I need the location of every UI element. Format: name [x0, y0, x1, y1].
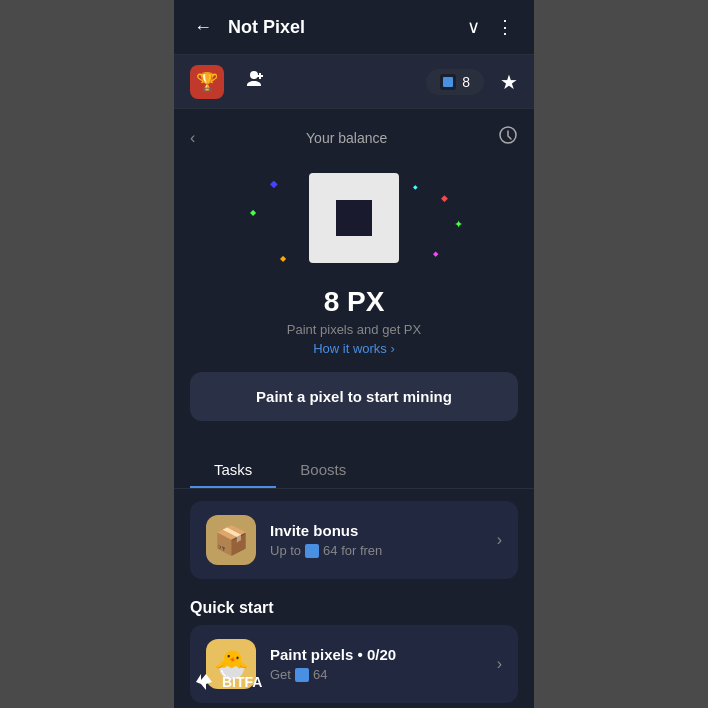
trophy-nav-button[interactable]: 🏆	[190, 65, 224, 99]
counter-icon	[440, 74, 456, 90]
brand-name: BITFA	[222, 674, 262, 690]
top-bar-right: ∨ ⋮	[463, 12, 518, 42]
tab-tasks[interactable]: Tasks	[190, 453, 276, 488]
brand-watermark: BITFA	[194, 672, 262, 692]
tab-boosts[interactable]: Boosts	[276, 453, 370, 488]
svg-marker-2	[196, 674, 212, 690]
nav-bar: 🏆 8 ★	[174, 55, 534, 109]
quick-task-title: Paint pixels • 0/20	[270, 646, 483, 663]
star-nav-button[interactable]: ★	[500, 70, 518, 94]
task-info: Invite bonus Up to 64 for fren	[270, 522, 483, 558]
task-title: Invite bonus	[270, 522, 483, 539]
add-user-nav-button[interactable]	[240, 63, 272, 100]
app-title: Not Pixel	[228, 17, 305, 38]
px-icon-small	[305, 544, 319, 558]
task-icon-box: 📦	[206, 515, 256, 565]
svg-rect-0	[443, 77, 453, 87]
pixel-art-container: ◆ ◆ ◆ ◆ ✦ ◆ ◆ ◆	[190, 158, 518, 278]
quick-task-info: Paint pixels • 0/20 Get 64	[270, 646, 483, 682]
task-subtitle: Up to 64 for fren	[270, 543, 483, 558]
balance-subtitle: Paint pixels and get PX	[190, 322, 518, 337]
paint-pixel-button[interactable]: Paint a pixel to start mining	[190, 372, 518, 421]
tabs-container: Tasks Boosts	[174, 453, 534, 489]
balance-label: Your balance	[195, 130, 498, 146]
px-icon-small-2	[295, 668, 309, 682]
quick-start-title: Quick start	[174, 591, 534, 625]
top-bar: ← Not Pixel ∨ ⋮	[174, 0, 534, 55]
task-arrow-icon: ›	[497, 531, 502, 549]
balance-amount: 8 PX	[190, 286, 518, 318]
counter-badge[interactable]: 8	[426, 69, 484, 95]
counter-value: 8	[462, 74, 470, 90]
history-icon[interactable]	[498, 125, 518, 150]
main-content: ‹ Your balance ◆ ◆ ◆ ◆ ✦ ◆ ◆ ◆	[174, 109, 534, 708]
dropdown-icon[interactable]: ∨	[463, 12, 484, 42]
balance-section: ‹ Your balance ◆ ◆ ◆ ◆ ✦ ◆ ◆ ◆	[174, 109, 534, 453]
brand-logo-icon	[194, 672, 214, 692]
how-it-works-link[interactable]: How it works ›	[190, 341, 518, 356]
pixel-art-box	[309, 173, 399, 263]
balance-header: ‹ Your balance	[190, 125, 518, 150]
top-bar-left: ← Not Pixel	[190, 13, 305, 42]
invite-bonus-task[interactable]: 📦 Invite bonus Up to 64 for fren ›	[190, 501, 518, 579]
pixel-square	[336, 200, 372, 236]
back-button[interactable]: ←	[190, 13, 216, 42]
quick-task-subtitle: Get 64	[270, 667, 483, 682]
quick-task-arrow-icon: ›	[497, 655, 502, 673]
more-icon[interactable]: ⋮	[492, 12, 518, 42]
